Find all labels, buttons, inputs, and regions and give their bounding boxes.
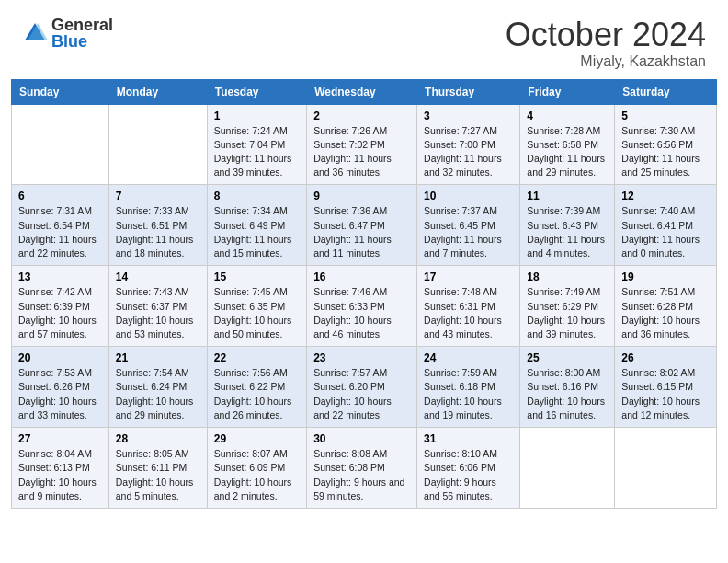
day-number: 25 — [527, 351, 608, 364]
day-info: Sunrise: 8:10 AMSunset: 6:06 PMDaylight:… — [424, 447, 513, 503]
calendar-week-row: 6Sunrise: 7:31 AMSunset: 6:54 PMDaylight… — [12, 185, 717, 266]
day-info: Sunrise: 7:37 AMSunset: 6:45 PMDaylight:… — [424, 204, 513, 260]
calendar-header-wednesday: Wednesday — [307, 79, 417, 104]
day-number: 16 — [313, 270, 410, 283]
calendar-cell — [520, 428, 615, 509]
calendar-cell: 18Sunrise: 7:49 AMSunset: 6:29 PMDayligh… — [520, 266, 615, 347]
calendar-cell — [615, 428, 717, 509]
calendar-cell: 13Sunrise: 7:42 AMSunset: 6:39 PMDayligh… — [12, 266, 109, 347]
calendar-cell: 7Sunrise: 7:33 AMSunset: 6:51 PMDaylight… — [108, 185, 207, 266]
day-info: Sunrise: 7:33 AMSunset: 6:51 PMDaylight:… — [116, 204, 200, 260]
logo-general-text: General — [51, 17, 113, 33]
day-number: 28 — [116, 432, 200, 445]
day-number: 11 — [527, 190, 608, 202]
calendar-cell: 23Sunrise: 7:57 AMSunset: 6:20 PMDayligh… — [307, 347, 417, 428]
page-header: General Blue October 2024 Miyaly, Kazakh… — [0, 0, 728, 79]
calendar-cell: 5Sunrise: 7:30 AMSunset: 6:56 PMDaylight… — [615, 104, 717, 185]
day-number: 29 — [214, 432, 300, 445]
calendar-header-tuesday: Tuesday — [207, 79, 306, 104]
calendar-header-thursday: Thursday — [417, 79, 520, 104]
calendar-container: SundayMondayTuesdayWednesdayThursdayFrid… — [0, 79, 728, 520]
day-number: 12 — [621, 190, 710, 202]
day-info: Sunrise: 7:40 AMSunset: 6:41 PMDaylight:… — [621, 204, 710, 260]
logo-icon — [22, 20, 48, 46]
calendar-cell: 31Sunrise: 8:10 AMSunset: 6:06 PMDayligh… — [417, 428, 520, 509]
day-info: Sunrise: 7:57 AMSunset: 6:20 PMDaylight:… — [313, 366, 410, 422]
day-number: 23 — [313, 351, 410, 364]
day-number: 17 — [424, 270, 513, 283]
day-info: Sunrise: 8:08 AMSunset: 6:08 PMDaylight:… — [313, 447, 410, 503]
calendar-header-sunday: Sunday — [12, 79, 109, 104]
calendar-header-friday: Friday — [520, 79, 615, 104]
day-info: Sunrise: 7:54 AMSunset: 6:24 PMDaylight:… — [116, 366, 200, 422]
day-info: Sunrise: 7:30 AMSunset: 6:56 PMDaylight:… — [621, 124, 710, 180]
day-info: Sunrise: 8:04 AMSunset: 6:13 PMDaylight:… — [18, 447, 102, 503]
day-number: 7 — [116, 190, 200, 202]
day-info: Sunrise: 7:46 AMSunset: 6:33 PMDaylight:… — [313, 285, 410, 341]
calendar-cell: 8Sunrise: 7:34 AMSunset: 6:49 PMDaylight… — [207, 185, 306, 266]
day-number: 24 — [424, 351, 513, 364]
calendar-cell: 17Sunrise: 7:48 AMSunset: 6:31 PMDayligh… — [417, 266, 520, 347]
day-info: Sunrise: 7:59 AMSunset: 6:18 PMDaylight:… — [424, 366, 513, 422]
day-info: Sunrise: 7:39 AMSunset: 6:43 PMDaylight:… — [527, 204, 608, 260]
calendar-cell: 30Sunrise: 8:08 AMSunset: 6:08 PMDayligh… — [307, 428, 417, 509]
day-number: 19 — [621, 270, 710, 283]
day-number: 27 — [18, 432, 102, 445]
day-info: Sunrise: 7:36 AMSunset: 6:47 PMDaylight:… — [313, 204, 410, 260]
day-info: Sunrise: 7:48 AMSunset: 6:31 PMDaylight:… — [424, 285, 513, 341]
day-info: Sunrise: 7:51 AMSunset: 6:28 PMDaylight:… — [621, 285, 710, 341]
day-number: 8 — [214, 190, 300, 202]
day-number: 10 — [424, 190, 513, 202]
day-info: Sunrise: 7:49 AMSunset: 6:29 PMDaylight:… — [527, 285, 608, 341]
day-number: 22 — [214, 351, 300, 364]
calendar-cell: 1Sunrise: 7:24 AMSunset: 7:04 PMDaylight… — [207, 104, 306, 185]
day-number: 9 — [313, 190, 410, 202]
day-info: Sunrise: 7:42 AMSunset: 6:39 PMDaylight:… — [18, 285, 102, 341]
day-number: 3 — [424, 109, 513, 122]
calendar-cell — [108, 104, 207, 185]
day-number: 14 — [116, 270, 200, 283]
day-info: Sunrise: 7:43 AMSunset: 6:37 PMDaylight:… — [116, 285, 200, 341]
calendar-cell: 29Sunrise: 8:07 AMSunset: 6:09 PMDayligh… — [207, 428, 306, 509]
calendar-cell: 22Sunrise: 7:56 AMSunset: 6:22 PMDayligh… — [207, 347, 306, 428]
logo-blue-text: Blue — [51, 33, 113, 50]
day-number: 31 — [424, 432, 513, 445]
calendar-cell: 16Sunrise: 7:46 AMSunset: 6:33 PMDayligh… — [307, 266, 417, 347]
calendar-cell: 27Sunrise: 8:04 AMSunset: 6:13 PMDayligh… — [12, 428, 109, 509]
day-number: 30 — [313, 432, 410, 445]
day-info: Sunrise: 7:56 AMSunset: 6:22 PMDaylight:… — [214, 366, 300, 422]
day-number: 26 — [621, 351, 710, 364]
day-info: Sunrise: 7:31 AMSunset: 6:54 PMDaylight:… — [18, 204, 102, 260]
day-number: 6 — [18, 190, 102, 202]
calendar-cell: 26Sunrise: 8:02 AMSunset: 6:15 PMDayligh… — [615, 347, 717, 428]
day-number: 21 — [116, 351, 200, 364]
day-info: Sunrise: 8:07 AMSunset: 6:09 PMDaylight:… — [214, 447, 300, 503]
calendar-cell — [12, 104, 109, 185]
calendar-cell: 2Sunrise: 7:26 AMSunset: 7:02 PMDaylight… — [307, 104, 417, 185]
day-number: 5 — [621, 109, 710, 122]
calendar-cell: 14Sunrise: 7:43 AMSunset: 6:37 PMDayligh… — [108, 266, 207, 347]
title-block: October 2024 Miyaly, Kazakhstan — [506, 17, 706, 70]
calendar-cell: 12Sunrise: 7:40 AMSunset: 6:41 PMDayligh… — [615, 185, 717, 266]
location-title: Miyaly, Kazakhstan — [506, 53, 706, 70]
calendar-header-saturday: Saturday — [615, 79, 717, 104]
month-title: October 2024 — [506, 17, 706, 53]
calendar-cell: 19Sunrise: 7:51 AMSunset: 6:28 PMDayligh… — [615, 266, 717, 347]
calendar-cell: 4Sunrise: 7:28 AMSunset: 6:58 PMDaylight… — [520, 104, 615, 185]
day-number: 15 — [214, 270, 300, 283]
calendar-cell: 20Sunrise: 7:53 AMSunset: 6:26 PMDayligh… — [12, 347, 109, 428]
calendar-week-row: 20Sunrise: 7:53 AMSunset: 6:26 PMDayligh… — [12, 347, 717, 428]
day-number: 13 — [18, 270, 102, 283]
calendar-week-row: 1Sunrise: 7:24 AMSunset: 7:04 PMDaylight… — [12, 104, 717, 185]
day-info: Sunrise: 7:27 AMSunset: 7:00 PMDaylight:… — [424, 124, 513, 180]
calendar-cell: 6Sunrise: 7:31 AMSunset: 6:54 PMDaylight… — [12, 185, 109, 266]
logo: General Blue — [22, 17, 113, 50]
calendar-cell: 28Sunrise: 8:05 AMSunset: 6:11 PMDayligh… — [108, 428, 207, 509]
calendar-cell: 21Sunrise: 7:54 AMSunset: 6:24 PMDayligh… — [108, 347, 207, 428]
day-number: 18 — [527, 270, 608, 283]
day-number: 1 — [214, 109, 300, 122]
calendar-cell: 15Sunrise: 7:45 AMSunset: 6:35 PMDayligh… — [207, 266, 306, 347]
day-info: Sunrise: 7:34 AMSunset: 6:49 PMDaylight:… — [214, 204, 300, 260]
calendar-header-monday: Monday — [108, 79, 207, 104]
day-number: 20 — [18, 351, 102, 364]
